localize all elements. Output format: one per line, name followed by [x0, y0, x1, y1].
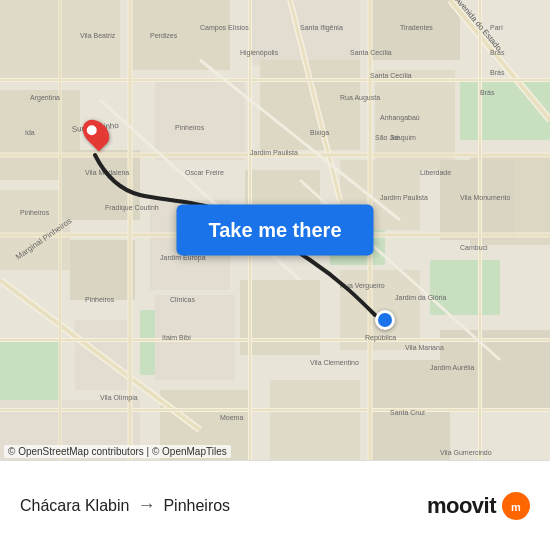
svg-text:Ida: Ida	[25, 129, 35, 136]
svg-text:Vila Mariana: Vila Mariana	[405, 344, 444, 351]
moovit-logo: moovit m	[427, 492, 530, 520]
svg-text:Vila Olímpia: Vila Olímpia	[100, 394, 138, 402]
from-label: Chácara Klabin	[20, 497, 129, 515]
to-label: Pinheiros	[163, 497, 230, 515]
origin-pin	[85, 118, 107, 148]
svg-text:Bixiga: Bixiga	[310, 129, 329, 137]
svg-rect-7	[130, 0, 230, 70]
svg-text:Santa Cruz: Santa Cruz	[390, 409, 426, 416]
arrow-icon: →	[137, 495, 155, 516]
svg-text:Pinheiros: Pinheiros	[20, 209, 50, 216]
svg-text:Moema: Moema	[220, 414, 243, 421]
svg-text:Brás: Brás	[490, 69, 505, 76]
svg-text:Perdizes: Perdizes	[150, 32, 178, 39]
svg-text:Vila Clementino: Vila Clementino	[310, 359, 359, 366]
app: Sumarezinho Marginal Pinheiros Fradique …	[0, 0, 550, 550]
destination-pin	[375, 310, 395, 330]
svg-text:Cambuci: Cambuci	[460, 244, 488, 251]
svg-text:Liberdade: Liberdade	[420, 169, 451, 176]
svg-text:Parí: Parí	[490, 24, 503, 31]
svg-text:Argentina: Argentina	[30, 94, 60, 102]
svg-rect-28	[270, 380, 360, 460]
svg-rect-13	[155, 80, 245, 160]
svg-text:Santa Cecília: Santa Cecília	[350, 49, 392, 56]
svg-text:Campos Elísios: Campos Elísios	[200, 24, 249, 32]
svg-text:República: República	[365, 334, 396, 342]
map-attribution: © OpenStreetMap contributors | © OpenMap…	[4, 445, 231, 458]
route-info: Chácara Klabin → Pinheiros	[20, 495, 230, 516]
svg-text:Higienópolis: Higienópolis	[240, 49, 279, 57]
svg-text:Pinheiros: Pinheiros	[85, 296, 115, 303]
svg-text:Sé: Sé	[390, 134, 399, 141]
svg-text:m: m	[511, 501, 521, 513]
svg-text:Vila Beatriz: Vila Beatriz	[80, 32, 116, 39]
svg-text:Jardim Paulista: Jardim Paulista	[250, 149, 298, 156]
svg-text:Fradique Coutinh: Fradique Coutinh	[105, 204, 159, 212]
bottom-bar: Chácara Klabin → Pinheiros moovit m	[0, 460, 550, 550]
svg-text:Vila Monumento: Vila Monumento	[460, 194, 511, 201]
svg-rect-17	[70, 240, 135, 300]
moovit-logo-text: moovit	[427, 493, 496, 519]
svg-rect-5	[460, 80, 550, 140]
svg-text:Oscar Freire: Oscar Freire	[185, 169, 224, 176]
svg-text:Vila Gumercindo: Vila Gumercindo	[440, 449, 492, 456]
svg-text:Rua Augusta: Rua Augusta	[340, 94, 380, 102]
svg-text:Clínicas: Clínicas	[170, 296, 195, 303]
svg-text:Itaim Bibi: Itaim Bibi	[162, 334, 191, 341]
svg-text:Anhangabaú: Anhangabaú	[380, 114, 420, 122]
svg-text:Tiradentes: Tiradentes	[400, 24, 433, 31]
svg-text:Jardim Paulista: Jardim Paulista	[380, 194, 428, 201]
svg-text:Pinheiros: Pinheiros	[175, 124, 205, 131]
svg-text:Jardim da Glória: Jardim da Glória	[395, 294, 446, 301]
moovit-logo-icon: m	[502, 492, 530, 520]
svg-text:Brás: Brás	[480, 89, 495, 96]
svg-text:Jardim Aurélia: Jardim Aurélia	[430, 364, 474, 371]
svg-text:Santa Ifigênia: Santa Ifigênia	[300, 24, 343, 32]
svg-text:Santa Cecília: Santa Cecília	[370, 72, 412, 79]
take-me-there-button[interactable]: Take me there	[176, 205, 373, 256]
map-container: Sumarezinho Marginal Pinheiros Fradique …	[0, 0, 550, 460]
